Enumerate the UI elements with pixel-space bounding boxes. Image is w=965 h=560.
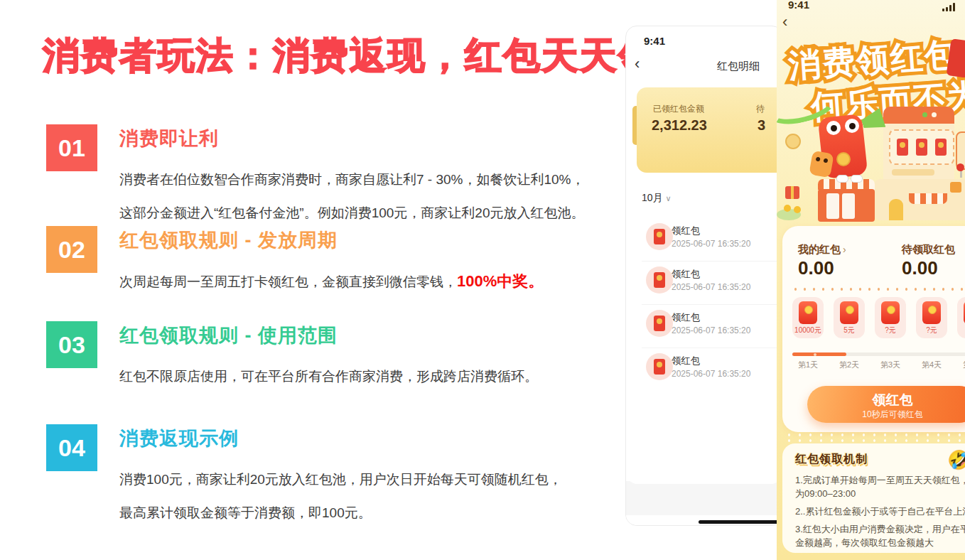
list-card-bottom-corner xyxy=(626,473,782,484)
envelope-icon xyxy=(935,139,947,156)
divider xyxy=(642,348,778,348)
entry-time: 2025-06-07 16:35:20 xyxy=(672,239,750,249)
entry-time: 2025-06-07 16:35:20 xyxy=(672,282,750,292)
rule-line: 1.完成订单开始每周一至周五天天领红包，每天一次，时间 xyxy=(795,473,965,487)
section-01-line2: 这部分金额进入“红包备付金池”。例如消费100元，商家让利20元放入红包池。 xyxy=(119,205,585,220)
entry-time: 2025-06-07 16:35:20 xyxy=(672,369,750,379)
section-04-number-badge: 04 xyxy=(46,424,97,471)
section-02-highlight: 100%中奖。 xyxy=(457,272,544,290)
section-03: 03 红包领取规则 - 使用范围 红包不限原店使用，可在平台所有合作商家消费，形… xyxy=(46,321,622,393)
entry-title: 领红包 xyxy=(672,311,701,324)
section-01-title: 消费即让利 xyxy=(119,126,585,151)
section-02-line1: 次周起每周一至周五打卡领红包，金额直接到微信零钱， xyxy=(119,274,457,289)
section-03-line1: 红包不限原店使用，可在平台所有合作商家消费，形成跨店消费循环。 xyxy=(119,369,538,384)
envelope-pill: ?元 xyxy=(875,297,906,338)
rule-line: 金额越高，每次领取红包金额越大 xyxy=(795,536,965,549)
counter-door xyxy=(842,193,855,219)
section-04: 04 消费返现示例 消费100元，商家让利20元放入红包池，用户次日开始每天可领… xyxy=(46,424,622,529)
envelope-pill: 10000元 xyxy=(792,297,824,338)
my-redpacket-link[interactable]: 我的红包› xyxy=(798,243,846,257)
store-detail-bar xyxy=(892,169,934,176)
roof-light-green xyxy=(922,112,927,117)
month-label: 10月 xyxy=(642,192,663,203)
section-01-body: 消费者在伯位数智合作商家消费时，商家自愿让利7 - 30%，如餐饮让利10%，这… xyxy=(119,163,585,230)
redpacket-entry[interactable]: 领红包 2025-06-07 16:35:20 xyxy=(626,310,782,350)
rules-body: 1.完成订单开始每周一至周五天天领红包，每天一次，时间 为09:00–23:00… xyxy=(795,473,965,554)
status-time: 9:41 xyxy=(644,35,665,47)
mascot-eye xyxy=(826,121,841,135)
redpacket-entry[interactable]: 领红包 2025-06-07 16:35:20 xyxy=(626,266,782,306)
section-02-number-badge: 02 xyxy=(46,226,97,273)
entry-title: 领红包 xyxy=(672,355,701,367)
rule-line: 为09:00–23:00 xyxy=(795,487,965,500)
rules-title: 红包领取机制 xyxy=(795,452,868,467)
summary-card: 已领红包金额 2,312.23 待 3 xyxy=(637,87,783,173)
signal-icon xyxy=(942,3,955,11)
nav-title: 红包明细 xyxy=(717,60,760,73)
section-01: 01 消费即让利 消费者在伯位数智合作商家消费时，商家自愿让利7 - 30%，如… xyxy=(46,124,622,230)
redpacket-detail-phone: 9:41 ‹ 红包明细 已领红包金额 2,312.23 待 3 10月∨ 领红包… xyxy=(625,26,783,526)
section-02-body: 次周起每周一至周五打卡领红包，金额直接到微信零钱，100%中奖。 xyxy=(119,264,544,298)
amount-label: 5元 xyxy=(834,325,865,335)
page-title: 消费者玩法：消费返现，红包天天领 xyxy=(43,31,657,81)
envelope-icon xyxy=(922,301,941,324)
roof-light-white xyxy=(932,112,937,117)
mascot-eye xyxy=(845,119,859,133)
rules-card: 红包领取机制 🤣 1.完成订单开始每周一至周五天天领红包，每天一次，时间 为09… xyxy=(782,443,965,553)
list-end-background xyxy=(626,481,782,515)
back-icon[interactable]: ‹ xyxy=(635,56,640,72)
chevron-down-icon: ∨ xyxy=(666,194,672,203)
day-label: 第5天 xyxy=(957,360,965,370)
redpacket-entry[interactable]: 领红包 2025-06-07 16:35:20 xyxy=(626,223,782,263)
envelope-icon xyxy=(840,301,858,324)
mascot-shoe xyxy=(836,175,848,183)
divider xyxy=(642,304,778,305)
claim-redpacket-button[interactable]: 领红包 10秒后可领红包 xyxy=(807,386,965,423)
pending-value: 3 xyxy=(758,117,765,134)
entry-time: 2025-06-07 16:35:20 xyxy=(672,325,750,335)
envelope-icon xyxy=(799,301,817,324)
slide-canvas: 消费者玩法：消费返现，红包天天领 01 消费即让利 消费者在伯位数智合作商家消费… xyxy=(0,0,965,560)
day-label: 第4天 xyxy=(916,360,947,370)
redpacket-entry[interactable]: 领红包 2025-06-07 16:35:20 xyxy=(626,353,782,393)
amount-label: 10000元 xyxy=(792,325,824,335)
received-label: 已领红包金额 xyxy=(653,103,704,115)
envelope-pill: ?元 xyxy=(957,297,965,338)
section-01-line1: 消费者在伯位数智合作商家消费时，商家自愿让利7 - 30%，如餐饮让利10%， xyxy=(119,172,585,187)
pending-redpacket-label: 待领取红包 xyxy=(902,243,955,257)
slot-window xyxy=(889,129,954,165)
redpacket-icon xyxy=(646,266,673,294)
promo-phone: 9:41 ‹ 消费领红包 消费领红包 何乐而不为 何乐而不为 xyxy=(777,0,965,560)
entry-title: 领红包 xyxy=(672,268,701,281)
section-03-title: 红包领取规则 - 使用范围 xyxy=(119,323,538,348)
gift-icon xyxy=(950,182,961,193)
dot-pattern-decor xyxy=(784,432,965,443)
entry-title: 领红包 xyxy=(672,225,701,237)
awning-decor xyxy=(909,193,947,204)
section-01-number-badge: 01 xyxy=(46,124,97,171)
rule-line: 3.红包大小由用户消费金额决定，用户在平台上累计消费 xyxy=(795,522,965,536)
chevron-right-icon: › xyxy=(843,244,846,255)
day-label: 第3天 xyxy=(875,360,906,370)
laugh-emoji-icon: 🤣 xyxy=(947,449,965,471)
store-roof xyxy=(883,107,954,124)
redpacket-icon xyxy=(646,310,673,337)
flower-icon xyxy=(784,205,791,212)
envelope-pill: 5元 xyxy=(834,297,865,338)
amount-label: ?元 xyxy=(916,325,947,335)
amount-label: ?元 xyxy=(875,325,906,335)
my-redpacket-value: 0.00 xyxy=(798,257,834,279)
section-04-title: 消费返现示例 xyxy=(119,426,562,451)
wallet-panel: 我的红包› 待领取红包 0.00 0.00 10000元 5元 ?元 ?元 ?元… xyxy=(782,226,965,432)
section-02-title: 红包领取规则 - 发放周期 xyxy=(119,227,544,253)
received-value: 2,312.23 xyxy=(652,117,707,134)
month-filter[interactable]: 10月∨ xyxy=(642,192,672,205)
coin-icon xyxy=(785,134,801,149)
back-icon[interactable]: ‹ xyxy=(782,14,787,30)
gift-icon xyxy=(785,186,799,199)
counter-door xyxy=(826,193,839,219)
envelope-icon xyxy=(897,139,908,156)
rule-line: 2..累计红包金额小于或等于自己在平台上消费金额 xyxy=(795,505,965,518)
lever-knob xyxy=(956,163,964,171)
amount-label: ?元 xyxy=(957,325,965,335)
